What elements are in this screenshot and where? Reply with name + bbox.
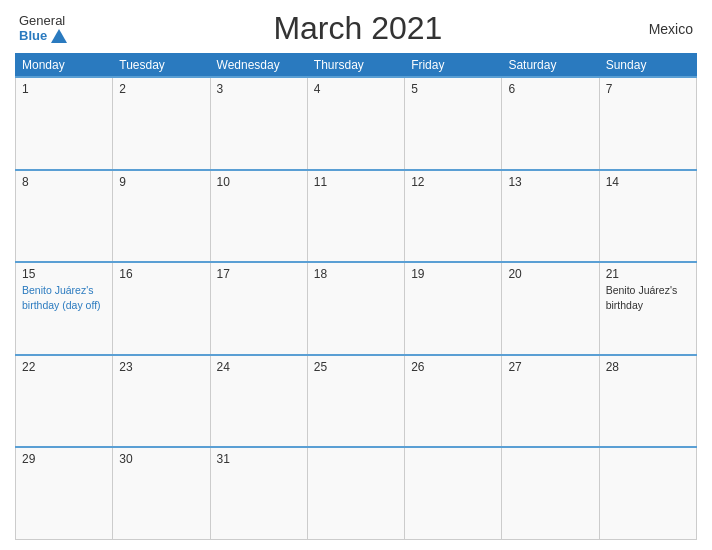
calendar-cell: [502, 447, 599, 540]
day-number: 16: [119, 267, 203, 281]
calendar-cell: 8: [16, 170, 113, 263]
calendar-week-row: 15Benito Juárez's birthday (day off)1617…: [16, 262, 697, 355]
calendar-cell: 3: [210, 77, 307, 170]
day-number: 14: [606, 175, 690, 189]
day-number: 2: [119, 82, 203, 96]
calendar-cell: 13: [502, 170, 599, 263]
calendar-cell: 15Benito Juárez's birthday (day off): [16, 262, 113, 355]
day-number: 24: [217, 360, 301, 374]
weekday-header: Thursday: [307, 54, 404, 78]
calendar-cell: 29: [16, 447, 113, 540]
day-number: 29: [22, 452, 106, 466]
weekday-header: Saturday: [502, 54, 599, 78]
weekday-row: MondayTuesdayWednesdayThursdayFridaySatu…: [16, 54, 697, 78]
calendar-cell: 6: [502, 77, 599, 170]
weekday-header: Tuesday: [113, 54, 210, 78]
calendar-week-row: 293031: [16, 447, 697, 540]
day-number: 1: [22, 82, 106, 96]
day-number: 3: [217, 82, 301, 96]
logo-general-text: General: [19, 14, 65, 28]
page-header: General Blue March 2021 Mexico: [15, 10, 697, 47]
calendar-cell: 26: [405, 355, 502, 448]
calendar-cell: [307, 447, 404, 540]
day-number: 27: [508, 360, 592, 374]
weekday-header: Sunday: [599, 54, 696, 78]
logo-blue-text: Blue: [19, 29, 67, 43]
day-number: 8: [22, 175, 106, 189]
calendar-cell: 4: [307, 77, 404, 170]
calendar-cell: 7: [599, 77, 696, 170]
calendar-cell: 23: [113, 355, 210, 448]
weekday-header: Monday: [16, 54, 113, 78]
day-number: 7: [606, 82, 690, 96]
calendar-cell: 11: [307, 170, 404, 263]
day-number: 9: [119, 175, 203, 189]
day-number: 15: [22, 267, 106, 281]
weekday-header: Friday: [405, 54, 502, 78]
calendar-cell: 24: [210, 355, 307, 448]
holiday-label: Benito Juárez's birthday (day off): [22, 284, 101, 311]
day-number: 26: [411, 360, 495, 374]
day-number: 30: [119, 452, 203, 466]
day-number: 20: [508, 267, 592, 281]
calendar-header: MondayTuesdayWednesdayThursdayFridaySatu…: [16, 54, 697, 78]
calendar-cell: 20: [502, 262, 599, 355]
day-number: 12: [411, 175, 495, 189]
calendar-cell: 16: [113, 262, 210, 355]
day-number: 23: [119, 360, 203, 374]
logo: General Blue: [19, 14, 67, 43]
country-label: Mexico: [649, 21, 693, 37]
calendar-cell: 22: [16, 355, 113, 448]
day-number: 31: [217, 452, 301, 466]
calendar-week-row: 22232425262728: [16, 355, 697, 448]
calendar-cell: 5: [405, 77, 502, 170]
calendar-cell: 2: [113, 77, 210, 170]
calendar-cell: [599, 447, 696, 540]
weekday-header: Wednesday: [210, 54, 307, 78]
calendar-cell: [405, 447, 502, 540]
calendar-cell: 12: [405, 170, 502, 263]
calendar-table: MondayTuesdayWednesdayThursdayFridaySatu…: [15, 53, 697, 540]
calendar-week-row: 891011121314: [16, 170, 697, 263]
calendar-cell: 1: [16, 77, 113, 170]
calendar-cell: 18: [307, 262, 404, 355]
day-number: 25: [314, 360, 398, 374]
calendar-cell: 21Benito Juárez's birthday: [599, 262, 696, 355]
calendar-body: 123456789101112131415Benito Juárez's bir…: [16, 77, 697, 540]
day-number: 19: [411, 267, 495, 281]
day-number: 5: [411, 82, 495, 96]
calendar-cell: 30: [113, 447, 210, 540]
day-number: 22: [22, 360, 106, 374]
day-number: 4: [314, 82, 398, 96]
calendar-cell: 28: [599, 355, 696, 448]
holiday-label: Benito Juárez's birthday: [606, 284, 677, 311]
day-number: 28: [606, 360, 690, 374]
calendar-cell: 31: [210, 447, 307, 540]
calendar-week-row: 1234567: [16, 77, 697, 170]
day-number: 13: [508, 175, 592, 189]
calendar-cell: 25: [307, 355, 404, 448]
calendar-cell: 14: [599, 170, 696, 263]
calendar-cell: 10: [210, 170, 307, 263]
day-number: 10: [217, 175, 301, 189]
day-number: 18: [314, 267, 398, 281]
day-number: 17: [217, 267, 301, 281]
day-number: 21: [606, 267, 690, 281]
calendar-cell: 27: [502, 355, 599, 448]
day-number: 11: [314, 175, 398, 189]
calendar-cell: 19: [405, 262, 502, 355]
calendar-cell: 17: [210, 262, 307, 355]
logo-triangle-icon: [51, 29, 67, 43]
calendar-cell: 9: [113, 170, 210, 263]
day-number: 6: [508, 82, 592, 96]
month-title: March 2021: [273, 10, 442, 47]
